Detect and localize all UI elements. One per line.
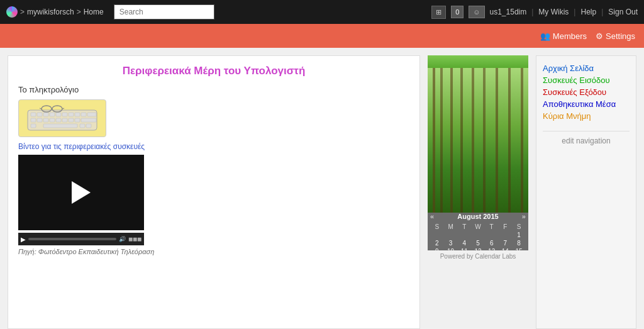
play-button[interactable] [72, 181, 91, 204]
content-area: Περιφερειακά Μέρη του Υπολογιστή Το πληκ… [8, 55, 420, 329]
svg-rect-22 [80, 124, 85, 128]
vc-play-icon[interactable]: ▶ [21, 236, 26, 243]
svg-rect-6 [62, 113, 67, 116]
calendar-body: 1234567891011121314151617181920212223242… [430, 231, 526, 250]
calendar-day-cell[interactable]: 9 [430, 247, 444, 250]
calendar-day-cell [457, 231, 471, 239]
calendar-day-header: W [471, 223, 485, 231]
calendar-day-cell[interactable]: 7 [499, 239, 513, 247]
calendar-day-cell[interactable]: 2 [430, 239, 444, 247]
calendar-block: « August 2015 » SMTWTFS 1234567891011121… [428, 210, 528, 250]
sidebar-nav-link[interactable]: Αρχική Σελίδα [543, 64, 630, 73]
svg-rect-5 [56, 113, 61, 116]
logo-area: > mywikisforsch > Home [6, 6, 104, 18]
svg-rect-15 [56, 118, 61, 122]
edit-navigation-link[interactable]: edit navigation [543, 137, 630, 145]
svg-rect-4 [50, 113, 55, 116]
settings-link[interactable]: ⚙Settings [596, 31, 635, 41]
members-link[interactable]: 👥Members [540, 31, 587, 41]
calendar-day-cell[interactable]: 1 [512, 231, 526, 239]
forest-background [428, 68, 528, 213]
svg-rect-11 [31, 118, 36, 122]
svg-rect-16 [62, 118, 67, 122]
calendar-day-header: S [512, 223, 526, 231]
sep3: | [601, 8, 603, 16]
main-wrap: Περιφερειακά Μέρη του Υπολογιστή Το πληκ… [0, 48, 644, 329]
forest-block: « August 2015 » SMTWTFS 1234567891011121… [428, 55, 528, 250]
calendar-day-cell[interactable]: 12 [471, 247, 485, 250]
calendar-days-header: SMTWTFS [430, 223, 526, 231]
top-navigation: > mywikisforsch > Home ⊞ 0 ☺ us1_15dim |… [0, 0, 644, 24]
user-icon[interactable]: ☺ [469, 6, 484, 18]
sidebar-nav-link[interactable]: Κύρια Μνήμη [543, 111, 630, 121]
svg-rect-21 [31, 124, 36, 128]
username-link[interactable]: us1_15dim [490, 8, 527, 16]
calendar-day-cell[interactable]: 5 [471, 239, 485, 247]
calendar-powered-by: Powered by Calendar Labs [428, 253, 528, 260]
sep2: | [574, 8, 575, 16]
sidebar-nav-link[interactable]: Συσκευές Εισόδου [543, 75, 630, 85]
svg-rect-7 [69, 113, 74, 116]
svg-rect-8 [75, 113, 80, 116]
vc-time-display: ◼◼◼ [128, 236, 142, 242]
video-player[interactable] [18, 155, 144, 230]
calendar-day-cell[interactable]: 8 [512, 239, 526, 247]
vc-progress-bar[interactable] [28, 238, 116, 240]
calendar-day-header: T [485, 223, 499, 231]
svg-rect-13 [43, 118, 48, 122]
svg-rect-17 [69, 118, 74, 122]
page-title: Περιφερειακά Μέρη του Υπολογιστή [18, 65, 409, 77]
notification-badge[interactable]: 0 [451, 6, 464, 18]
svg-rect-9 [81, 113, 86, 116]
search-input[interactable] [114, 4, 214, 20]
calendar-month-year: August 2015 [457, 213, 498, 220]
wiki-name-link[interactable]: mywikisforsch [27, 8, 74, 16]
svg-rect-2 [37, 113, 42, 116]
calendar-week-row: 9101112131415 [430, 247, 526, 250]
video-controls: ▶ 🔊 ◼◼◼ [18, 233, 144, 245]
calendar-day-cell [499, 231, 513, 239]
calendar-day-cell[interactable]: 11 [457, 247, 471, 250]
video-caption: Πηγή: Φωτόδεντρο Εκπαιδευτική Τηλεόραση [18, 248, 409, 255]
my-wikis-link[interactable]: My Wikis [538, 8, 569, 16]
keyboard-image [18, 99, 106, 137]
video-link[interactable]: Βίντεο για τις περιφερειακές συσκευές [18, 142, 409, 151]
calendar-day-cell[interactable]: 6 [485, 239, 499, 247]
home-link[interactable]: Home [84, 8, 104, 16]
sidebar-links: Αρχική ΣελίδαΣυσκευές ΕισόδουΣυσκευές Εξ… [543, 64, 630, 121]
forest-top [428, 55, 528, 68]
calendar-day-cell[interactable]: 14 [499, 247, 513, 250]
orange-bar: 👥Members ⚙Settings [0, 24, 644, 48]
wiki-icon[interactable]: ⊞ [431, 6, 446, 19]
svg-rect-10 [87, 113, 96, 116]
members-icon: 👥 [540, 31, 550, 41]
calendar-day-cell[interactable]: 13 [485, 247, 499, 250]
calendar-next-button[interactable]: » [522, 213, 526, 220]
calendar-day-header: S [430, 223, 444, 231]
sidebar-nav-link[interactable]: Αποθηκευτικα Μέσα [543, 99, 630, 109]
vc-volume-icon[interactable]: 🔊 [119, 236, 126, 242]
calendar-day-cell[interactable]: 10 [444, 247, 458, 250]
svg-rect-14 [50, 118, 55, 122]
calendar-day-cell [444, 231, 458, 239]
svg-rect-3 [43, 113, 48, 116]
calendar-header: « August 2015 » [430, 213, 526, 220]
calendar-prev-button[interactable]: « [430, 213, 434, 220]
calendar-day-header: T [457, 223, 471, 231]
svg-rect-1 [31, 113, 36, 116]
svg-rect-18 [75, 118, 80, 122]
logo-icon [6, 6, 18, 18]
calendar-day-cell [430, 231, 444, 239]
calendar-day-cell[interactable]: 15 [512, 247, 526, 250]
svg-rect-23 [86, 124, 91, 128]
keyboard-svg [25, 103, 100, 134]
sidebar-nav-link[interactable]: Συσκευές Εξόδου [543, 87, 630, 97]
calendar-day-cell[interactable]: 3 [444, 239, 458, 247]
help-link[interactable]: Help [580, 8, 596, 16]
nav-right-area: ⊞ 0 ☺ us1_15dim | My Wikis | Help | Sign… [431, 6, 638, 19]
sep1: | [531, 8, 533, 16]
signout-link[interactable]: Sign Out [608, 8, 638, 16]
calendar-day-cell[interactable]: 4 [457, 239, 471, 247]
calendar-day-header: F [499, 223, 513, 231]
section-title: Το πληκτρολόγιο [18, 85, 409, 94]
